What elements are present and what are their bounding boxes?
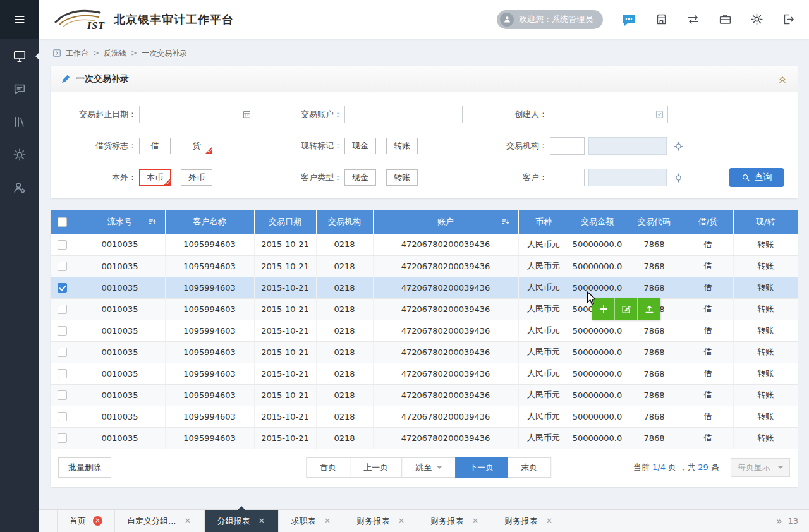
check-square-icon[interactable]: [655, 110, 664, 119]
table-row[interactable]: 0010035 1095994603 2015-10-21 0218 47206…: [51, 341, 798, 363]
row-checkbox[interactable]: [58, 348, 67, 357]
transfer-button[interactable]: [686, 13, 700, 27]
avatar: [500, 13, 514, 27]
search-button[interactable]: 查询: [729, 168, 784, 187]
toggle-type-cash[interactable]: 现金: [344, 169, 376, 186]
calendar-icon[interactable]: [242, 110, 252, 119]
sort-desc-icon[interactable]: [501, 217, 510, 226]
next-page-button[interactable]: 下一页: [455, 457, 508, 478]
customer-code-input[interactable]: [550, 169, 585, 186]
first-page-button[interactable]: 首页: [306, 457, 350, 478]
row-checkbox[interactable]: [58, 305, 67, 314]
col-header-debit-credit[interactable]: 借/贷: [683, 210, 733, 234]
user-welcome[interactable]: 欢迎您：系统管理员: [497, 10, 603, 29]
toggle-transfer[interactable]: 转账: [386, 138, 418, 154]
settings-button[interactable]: [750, 13, 763, 26]
breadcrumb-item-aml[interactable]: 反洗钱: [104, 48, 126, 59]
row-checkbox[interactable]: [58, 283, 67, 293]
bottom-tab[interactable]: 求职表 ×: [279, 510, 344, 532]
bottom-tab[interactable]: 分组报表 ×: [205, 510, 279, 532]
menu-button[interactable]: [0, 0, 39, 39]
col-header-cash-transfer[interactable]: 现/转: [733, 210, 798, 234]
table-row[interactable]: 0010035 1095994603 2015-10-21 0218 47206…: [51, 363, 798, 384]
tab-close-icon[interactable]: ×: [544, 516, 554, 526]
crosshair-icon[interactable]: [673, 172, 684, 183]
bottom-tab[interactable]: 财务报表 ×: [344, 510, 418, 532]
table-row[interactable]: 0010035 1095994603 2015-10-21 0218 47206…: [51, 406, 798, 427]
row-checkbox[interactable]: [58, 433, 67, 443]
briefcase-icon: [719, 13, 732, 26]
org-name-input[interactable]: [588, 137, 667, 155]
toggle-type-transfer[interactable]: 转账: [386, 169, 418, 186]
sidebar-item-workbench[interactable]: [0, 40, 39, 72]
tab-close-icon[interactable]: ×: [322, 516, 332, 526]
sidebar-item-library[interactable]: [0, 106, 39, 138]
prev-page-button[interactable]: 上一页: [350, 457, 402, 478]
briefcase-button[interactable]: [719, 13, 732, 26]
table-row[interactable]: 0010035 1095994603 2015-10-21 0218 47206…: [51, 255, 798, 277]
table-row[interactable]: 0010035 1095994603 2015-10-21 0218 47206…: [51, 234, 798, 255]
col-header-serial[interactable]: 流水号: [75, 210, 165, 234]
jump-page-dropdown[interactable]: 跳至: [401, 457, 456, 478]
breadcrumb-item-workbench[interactable]: 工作台: [66, 48, 88, 59]
table-row[interactable]: 0010035 1095994603 2015-10-21 0218 47206…: [51, 384, 798, 406]
col-header-account[interactable]: 账户: [373, 210, 518, 234]
last-page-button[interactable]: 末页: [507, 457, 551, 478]
customer-name-input[interactable]: [588, 169, 667, 186]
col-header-currency[interactable]: 币种: [518, 210, 569, 234]
row-checkbox[interactable]: [58, 240, 67, 250]
row-checkbox[interactable]: [58, 326, 67, 336]
sidebar-item-messages[interactable]: [0, 73, 39, 105]
logout-button[interactable]: [782, 13, 795, 26]
bottom-tab[interactable]: 首页 ×: [57, 510, 115, 532]
bottom-tab[interactable]: 财务报表 ×: [418, 510, 492, 532]
sort-asc-icon[interactable]: [148, 217, 157, 226]
row-checkbox[interactable]: [58, 262, 67, 271]
edit-button[interactable]: [615, 298, 638, 320]
sidebar-item-user-management[interactable]: [0, 172, 39, 203]
upload-button[interactable]: [638, 298, 660, 320]
row-checkbox[interactable]: [58, 390, 67, 400]
col-header-org[interactable]: 交易机构: [316, 210, 373, 234]
table-row[interactable]: 0010035 1095994603 2015-10-21 0218 47206…: [51, 320, 798, 341]
tab-close-icon[interactable]: ×: [257, 516, 266, 526]
org-code-input[interactable]: [550, 137, 585, 155]
date-range-input[interactable]: [139, 106, 255, 123]
col-header-customer[interactable]: 客户名称: [165, 210, 254, 234]
collapse-button[interactable]: [777, 74, 788, 84]
add-button[interactable]: [592, 298, 615, 320]
tab-overflow-button[interactable]: » 13: [765, 510, 809, 532]
batch-delete-button[interactable]: 批量删除: [58, 457, 111, 478]
row-checkbox[interactable]: [58, 412, 67, 421]
crosshair-icon[interactable]: [673, 141, 684, 152]
tab-close-icon[interactable]: ×: [183, 516, 192, 526]
cell-serial: 0010035: [75, 234, 165, 255]
table-row[interactable]: 0010035 1095994603 2015-10-21 0218 47206…: [51, 427, 798, 449]
table-row[interactable]: 0010035 1095994603 2015-10-21 0218 47206…: [51, 298, 798, 320]
col-header-date[interactable]: 交易日期: [254, 210, 316, 234]
table-row[interactable]: 0010035 1095994603 2015-10-21 0218 47206…: [51, 277, 798, 298]
bottom-tab[interactable]: 自定义分组... ×: [115, 510, 205, 532]
tab-close-icon[interactable]: ×: [470, 516, 480, 526]
toggle-cash[interactable]: 现金: [344, 138, 376, 154]
toggle-debit[interactable]: 借: [139, 138, 171, 154]
message-button[interactable]: [621, 12, 636, 27]
col-header-amount[interactable]: 交易金额: [569, 210, 626, 234]
bottom-tab[interactable]: 财务报表 ×: [492, 510, 566, 532]
cell-currency: 人民币元: [518, 341, 569, 363]
toggle-local-currency[interactable]: 本币: [139, 169, 171, 186]
tab-close-icon[interactable]: ×: [93, 516, 102, 526]
col-header-code[interactable]: 交易代码: [626, 210, 683, 234]
row-checkbox[interactable]: [58, 369, 67, 378]
panel-title: 一次交易补录: [76, 73, 129, 85]
account-input[interactable]: [344, 106, 463, 123]
tab-close-icon[interactable]: ×: [396, 516, 406, 526]
toggle-credit[interactable]: 贷: [181, 138, 212, 154]
sidebar-item-settings[interactable]: [0, 139, 39, 171]
store-button[interactable]: [655, 13, 668, 26]
select-all-checkbox[interactable]: [58, 217, 67, 227]
creator-input[interactable]: [550, 106, 668, 123]
per-page-dropdown[interactable]: 每页显示: [731, 458, 790, 477]
toggle-foreign-currency[interactable]: 外币: [181, 169, 212, 186]
chevron-down-icon: [437, 466, 442, 471]
